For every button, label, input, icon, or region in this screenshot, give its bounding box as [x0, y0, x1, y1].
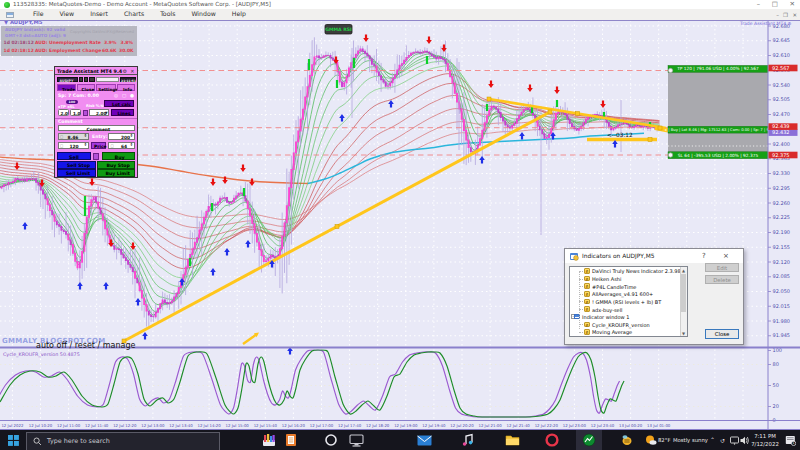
tab-info-label: Info: [123, 87, 132, 92]
time-scale-label: 12 Jul 14:20: [197, 423, 221, 428]
close-dialog-button[interactable]: Close: [705, 329, 739, 339]
price-button[interactable]: Price: [91, 142, 106, 149]
comment-input[interactable]: Comment: [58, 125, 135, 132]
menu-tools[interactable]: Tools: [152, 9, 183, 20]
timeframe-button[interactable]: [89, 77, 95, 83]
tab-trade[interactable]: Trade: [57, 84, 76, 91]
tray-sync-icon[interactable]: ↺: [720, 437, 725, 444]
tree-guide-line: [579, 309, 584, 310]
time-scale-label: 12 Jul 10:20: [29, 423, 53, 428]
delete-button[interactable]: Delete: [705, 275, 739, 284]
price-scale-label: 91.945: [773, 332, 791, 338]
eye-icon[interactable]: ◎: [114, 93, 118, 98]
sell-button[interactable]: Sell: [57, 152, 91, 160]
minimize-button[interactable]: –: [757, 0, 760, 8]
tab-close[interactable]: Close: [77, 84, 96, 91]
symbol-prev-button[interactable]: [79, 77, 83, 83]
risk-mode-toggle[interactable]: [83, 110, 88, 116]
menu-file[interactable]: File: [25, 9, 51, 20]
restore-button[interactable]: □: [772, 0, 778, 8]
lock-icon[interactable]: ●: [130, 93, 134, 98]
sell-limit-button[interactable]: Sell Limit: [57, 169, 96, 177]
xsl-input[interactable]: 1.0: [70, 109, 81, 116]
buy-stop-button[interactable]: Buy Stop: [97, 161, 136, 169]
trade-mode-toggle[interactable]: [93, 153, 99, 160]
indicator-list[interactable]: fDaVinci Truly News Indicator 2.3.98fHei…: [569, 266, 688, 337]
menu-insert[interactable]: Insert: [82, 9, 116, 20]
menu-help[interactable]: Help: [224, 9, 254, 20]
close-button[interactable]: ✕: [790, 0, 795, 8]
chart-window-icon: [6, 12, 14, 19]
lot-prefix-icon: □: [60, 135, 63, 139]
tray-chevron-icon[interactable]: ⌃: [710, 436, 715, 443]
dialog-scrollbar[interactable]: ▲ ▼: [680, 267, 688, 336]
tab-settings[interactable]: Settings: [96, 84, 116, 91]
osc-scale-label: 80: [773, 361, 779, 367]
comment-value: Comment: [87, 127, 111, 132]
dialog-close-icon[interactable]: ×: [723, 252, 729, 260]
buy-button[interactable]: Buy: [102, 152, 136, 160]
panel-gear-icon[interactable]: ⚙: [123, 68, 127, 74]
news-row1-event: AUD: Unemployment Rate: [35, 40, 101, 45]
weather-description[interactable]: Mostly sunny: [673, 437, 708, 443]
gmma-rsi-button[interactable]: GMMA RSI: [325, 25, 352, 35]
sl-input[interactable]: □ 64 ▲▼: [108, 142, 135, 149]
dialog-help-icon[interactable]: ?: [702, 252, 706, 260]
lot-calc-button[interactable]: Lot calc: [104, 100, 134, 107]
tp-spinner[interactable]: ▲▼: [84, 143, 87, 148]
lot-spinner[interactable]: ▲▼: [84, 134, 87, 139]
sl-spinner[interactable]: ▲▼: [130, 143, 133, 148]
scroll-thumb[interactable]: [681, 274, 686, 312]
xtp-input[interactable]: 2.0: [58, 109, 69, 116]
clock-time[interactable]: 7:11 PM: [753, 433, 777, 439]
entry-spinner[interactable]: ▲▼: [130, 134, 133, 139]
panel-close-icon[interactable]: ✕: [130, 68, 134, 74]
time-scale-label: 12 Jul 19:40: [422, 423, 446, 428]
risk-pill[interactable]: 100: [66, 100, 78, 104]
clock-date[interactable]: 7/12/2022: [751, 441, 779, 447]
symbol-next-button[interactable]: [84, 77, 88, 83]
panel-title-bar[interactable]: Trade Assistant MT4 9.4 ⚙ ✕: [55, 67, 137, 75]
sl-prefix-icon: □: [111, 144, 114, 148]
scroll-down-icon[interactable]: ▼: [682, 331, 685, 336]
svg-text:GMMA RSI: GMMA RSI: [325, 27, 352, 32]
news-status-line1: AUDJPY bid(ask): 92 valid: [5, 27, 65, 32]
child-restore-button[interactable]: ❐: [783, 12, 788, 18]
weather-temperature[interactable]: 82°F: [658, 437, 670, 443]
child-minimize-button[interactable]: –: [776, 12, 779, 18]
menu-view[interactable]: View: [51, 9, 82, 20]
trade-levels-panel[interactable]: TP 120 | 791.06 USD | 4.00% | 92.567x | …: [665, 66, 772, 159]
quick-links[interactable]: auto off / reset / manage: [36, 341, 135, 350]
risk-dropdown-arrow[interactable]: ▼: [105, 111, 108, 115]
dialog-title-bar[interactable]: Indicators on AUDJPY,M5 ? ×: [565, 249, 743, 263]
candle-timer-value: 21:11:51: [121, 79, 136, 83]
sell-stop-button[interactable]: Sell Stop: [57, 161, 96, 169]
search-placeholder: Type here to search: [47, 437, 110, 445]
entry-label: Entry:: [92, 134, 108, 139]
lines-button[interactable]: Lines: [111, 109, 134, 116]
menu-charts[interactable]: Charts: [116, 9, 152, 20]
tp-input[interactable]: □ 120 ▲▼: [58, 142, 89, 149]
blank-field[interactable]: [96, 77, 119, 83]
countdown-label: <--03:12: [607, 132, 633, 138]
scroll-up-icon[interactable]: ▲: [682, 268, 685, 273]
symbol-field[interactable]: AUDJPY: [57, 77, 78, 83]
search-box[interactable]: Type here to search: [26, 432, 220, 450]
corner-panel-label[interactable]: Trade Assistant MT4 ⊕: [739, 21, 792, 26]
menu-window[interactable]: Window: [183, 9, 223, 20]
lot-input[interactable]: □ 8.46 ▲▼: [58, 133, 89, 140]
entry-input[interactable]: 200 ▲▼: [108, 133, 135, 140]
price-scale-label: 92.295: [773, 185, 791, 191]
news-row1-previous: 3.8%: [121, 40, 133, 45]
child-close-button[interactable]: ✕: [792, 12, 797, 18]
edit-button[interactable]: Edit: [705, 263, 739, 272]
taskbar-metatrader-active[interactable]: [576, 430, 602, 450]
risk-input[interactable]: 2.00 ▼: [89, 109, 109, 116]
tab-info[interactable]: Info: [117, 84, 136, 91]
copy-icon[interactable]: ▢: [122, 93, 126, 98]
candle-timer: 21:11:51: [120, 77, 136, 83]
tree-guide-line: [579, 271, 580, 329]
dialog-title: Indicators on AUDJPY,M5: [582, 253, 655, 259]
indicator-item-label: adx-buy-sell: [592, 307, 622, 313]
buy-limit-button[interactable]: Buy Limit: [97, 169, 136, 177]
